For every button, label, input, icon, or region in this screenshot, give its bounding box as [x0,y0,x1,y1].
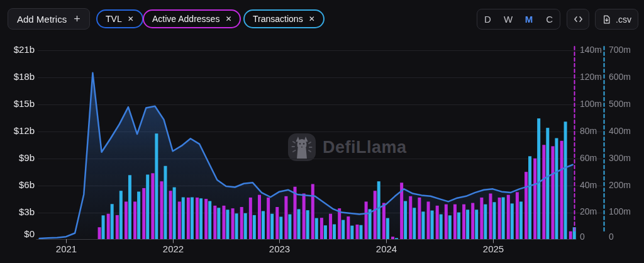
interval-daily[interactable]: D [477,9,498,29]
chart-toolbar: Add Metrics + TVL ✕ Active Addresses ✕ T… [0,0,644,35]
interval-monthly[interactable]: M [519,9,540,29]
defillama-chart-page: DefiLlama Add Metrics + TVL ✕ Active Add… [0,0,644,263]
add-metrics-button[interactable]: Add Metrics + [8,8,90,30]
interval-weekly[interactable]: W [498,9,519,29]
csv-button-label: .csv [616,14,631,25]
interval-cumulative[interactable]: C [539,9,560,29]
file-download-icon [602,14,611,25]
metric-pill-label: Active Addresses [152,14,219,24]
interval-selector: D W M C [477,9,560,30]
metric-pill-active-addresses[interactable]: Active Addresses ✕ [143,9,241,28]
embed-code-button[interactable] [567,9,589,30]
close-icon[interactable]: ✕ [309,15,315,23]
download-csv-button[interactable]: .csv [595,9,638,30]
code-brackets-icon [574,15,583,23]
plus-icon: + [74,13,80,25]
add-metrics-label: Add Metrics [17,14,67,25]
metric-pill-label: TVL [106,14,122,24]
metric-pill-tvl[interactable]: TVL ✕ [96,9,143,28]
close-icon[interactable]: ✕ [128,15,134,23]
chart-plot-area[interactable] [38,43,574,243]
metric-pill-label: Transactions [253,14,303,24]
close-icon[interactable]: ✕ [225,15,231,23]
metric-pill-transactions[interactable]: Transactions ✕ [243,9,325,28]
